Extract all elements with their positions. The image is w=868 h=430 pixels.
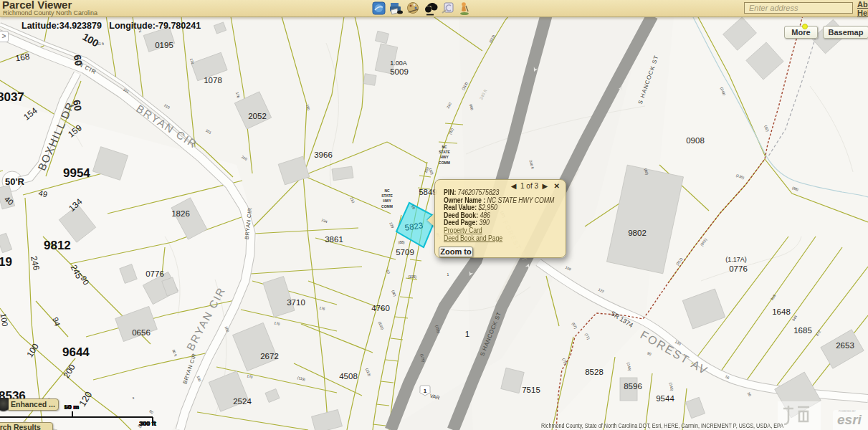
svg-text:1: 1 xyxy=(465,330,469,338)
svg-text:2524: 2524 xyxy=(233,397,252,406)
svg-text:0195: 0195 xyxy=(155,41,173,49)
svg-text:50 m: 50 m xyxy=(65,403,80,411)
svg-text:0776: 0776 xyxy=(729,264,748,273)
svg-text:100: 100 xyxy=(0,312,9,327)
svg-text:COMM: COMM xyxy=(381,204,393,209)
svg-text:1: 1 xyxy=(424,388,427,394)
svg-text:1078: 1078 xyxy=(204,76,222,85)
svg-text:2653: 2653 xyxy=(836,341,854,350)
svg-text:60: 60 xyxy=(71,99,84,112)
svg-text:5709: 5709 xyxy=(396,248,414,257)
svg-text:0656: 0656 xyxy=(132,328,151,337)
svg-text:5009: 5009 xyxy=(390,67,409,76)
svg-text:3710: 3710 xyxy=(287,298,305,307)
svg-text:4760: 4760 xyxy=(371,304,390,312)
svg-text:61 ft: 61 ft xyxy=(97,42,104,46)
svg-text:9954: 9954 xyxy=(63,166,90,180)
svg-text:1826: 1826 xyxy=(171,209,190,218)
svg-text:4508: 4508 xyxy=(339,372,358,381)
svg-text:50'R: 50'R xyxy=(5,176,25,187)
svg-text:2672: 2672 xyxy=(260,352,279,360)
svg-text:0908: 0908 xyxy=(686,136,705,145)
svg-text:3861: 3861 xyxy=(325,235,343,244)
svg-text:1685: 1685 xyxy=(793,326,812,335)
svg-text:8528: 8528 xyxy=(585,368,604,376)
svg-text:COMM: COMM xyxy=(439,161,450,165)
svg-text:STATE: STATE xyxy=(439,150,450,154)
svg-text:0776: 0776 xyxy=(146,269,164,278)
svg-text:9802: 9802 xyxy=(628,229,647,237)
svg-text:HWY: HWY xyxy=(440,155,449,159)
svg-text:HWY: HWY xyxy=(383,199,391,203)
svg-text:(1.17A): (1.17A) xyxy=(725,256,747,263)
svg-text:NC: NC xyxy=(384,188,390,193)
svg-text:60: 60 xyxy=(72,54,85,67)
svg-text:2052: 2052 xyxy=(248,112,267,120)
svg-text:9644: 9644 xyxy=(62,345,90,359)
svg-text:3966: 3966 xyxy=(314,150,333,159)
svg-text:STATE: STATE xyxy=(381,194,393,198)
svg-text:1648: 1648 xyxy=(772,307,791,316)
svg-text:NC: NC xyxy=(442,145,447,149)
svg-text:1.00A: 1.00A xyxy=(390,59,407,67)
svg-text:8037: 8037 xyxy=(0,90,24,104)
svg-text:9812: 9812 xyxy=(44,239,71,252)
svg-text:8596: 8596 xyxy=(624,382,642,391)
svg-text:9544: 9544 xyxy=(656,394,674,403)
svg-text:168: 168 xyxy=(15,52,31,64)
svg-text:1: 1 xyxy=(447,272,449,277)
svg-text:19: 19 xyxy=(0,255,12,269)
svg-text:(105): (105) xyxy=(408,274,416,279)
svg-text:(88): (88) xyxy=(399,240,405,244)
svg-text:300 ft: 300 ft xyxy=(139,420,156,427)
svg-text:7515: 7515 xyxy=(522,386,540,394)
